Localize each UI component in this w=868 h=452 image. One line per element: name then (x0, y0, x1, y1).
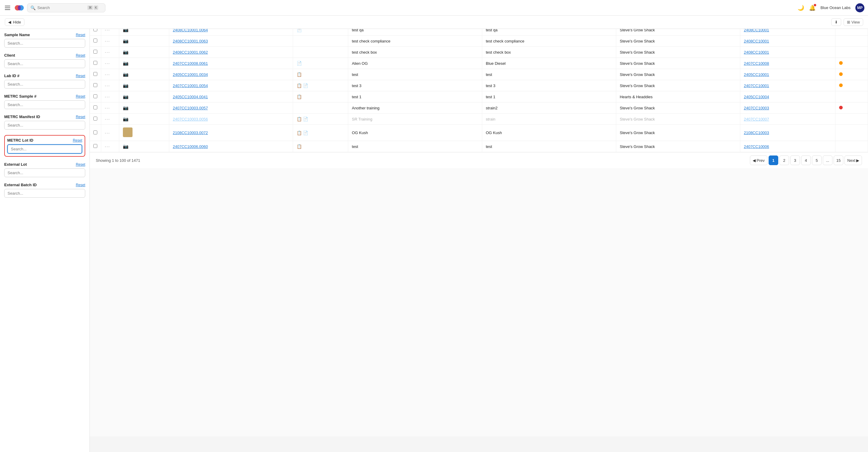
sample-id-link[interactable]: 2405CC10001.0034 (173, 72, 208, 77)
hide-sidebar-button[interactable]: ◀ Hide (5, 19, 24, 26)
row-checkbox[interactable] (93, 83, 97, 87)
row-checkbox[interactable] (93, 106, 97, 110)
coa-document-icon[interactable]: 📄 (297, 61, 302, 66)
sample-id-link[interactable]: 2407CC10003.0056 (173, 117, 208, 121)
coa-document-icon[interactable]: 📋 (297, 117, 302, 121)
topbar-search-box[interactable]: 🔍 ⌘ K (27, 3, 105, 12)
client-input[interactable] (4, 59, 85, 68)
row-actions-menu[interactable]: ··· (105, 50, 110, 55)
metrc-manifest-input[interactable] (4, 121, 85, 129)
coa-document-icon[interactable]: 📄 (303, 117, 308, 121)
row-actions-menu[interactable]: ··· (105, 38, 110, 43)
camera-icon[interactable]: 📷 (123, 144, 129, 149)
coa-document-icon[interactable]: 📄 (303, 130, 308, 135)
order-link[interactable]: 2407CC10006 (744, 144, 769, 149)
reset-client-button[interactable]: Reset (76, 53, 85, 58)
order-link[interactable]: 2407CC10008 (744, 61, 769, 66)
row-actions-menu[interactable]: ··· (105, 72, 110, 77)
notification-dot (814, 4, 816, 6)
row-checkbox[interactable] (93, 38, 97, 42)
search-input[interactable] (37, 5, 86, 10)
view-button[interactable]: ⊞ View (844, 19, 863, 26)
row-checkbox[interactable] (93, 144, 97, 148)
camera-icon[interactable]: 📷 (123, 50, 129, 55)
reset-metrc-manifest-button[interactable]: Reset (76, 115, 85, 119)
row-checkbox[interactable] (93, 117, 97, 121)
dark-mode-toggle[interactable]: 🌙 (798, 4, 804, 11)
camera-icon[interactable]: 📷 (123, 61, 129, 66)
row-checkbox[interactable] (93, 50, 97, 54)
metrc-lot-input[interactable] (7, 144, 82, 154)
row-checkbox[interactable] (93, 94, 97, 98)
row-actions-menu[interactable]: ··· (105, 106, 110, 110)
sample-id-cell: 2408CC10001.0062 (169, 47, 293, 58)
notifications-icon[interactable]: 🔔 (809, 4, 815, 11)
menu-icon[interactable] (4, 4, 11, 11)
row-actions-menu[interactable]: ··· (105, 61, 110, 66)
user-avatar[interactable]: MP (855, 3, 864, 12)
page-3-button[interactable]: 3 (790, 155, 800, 165)
client-cell: Steve's Grow Shack (616, 141, 740, 152)
sample-id-link[interactable]: 2407CC10001.0054 (173, 84, 208, 88)
order-link[interactable]: 2407CC10007 (744, 117, 769, 121)
reset-external-batch-button[interactable]: Reset (76, 183, 85, 187)
page-2-button[interactable]: 2 (779, 155, 789, 165)
order-link[interactable]: 2408CC10001 (744, 39, 769, 43)
status-cell (835, 125, 868, 141)
camera-icon[interactable]: 📷 (123, 116, 129, 121)
row-camera-cell: 📷 (119, 69, 169, 80)
download-button[interactable]: ⬇ (831, 19, 841, 26)
sample-id-link[interactable]: 2408CC10001.0062 (173, 50, 208, 55)
reset-lab-id-button[interactable]: Reset (76, 74, 85, 78)
coa-document-icon[interactable]: 📄 (303, 83, 308, 88)
status-cell (835, 91, 868, 102)
order-link[interactable]: 2407CC10003 (744, 106, 769, 110)
row-camera-cell: 📷 (119, 35, 169, 47)
external-batch-input[interactable] (4, 189, 85, 198)
sample-id-link[interactable]: 2407CC10003.0057 (173, 106, 208, 110)
camera-icon[interactable]: 📷 (123, 105, 129, 110)
page-4-button[interactable]: 4 (801, 155, 811, 165)
page-last-button[interactable]: 15 (834, 155, 843, 165)
lab-id-input[interactable] (4, 80, 85, 89)
sample-id-link[interactable]: 2405CC10004.0041 (173, 95, 208, 99)
reset-sample-name-button[interactable]: Reset (76, 33, 85, 37)
row-actions-menu[interactable]: ··· (105, 83, 110, 88)
order-link[interactable]: 2408CC10001 (744, 50, 769, 55)
coa-document-icon[interactable]: 📋 (297, 72, 302, 77)
order-link[interactable]: 2405CC10004 (744, 95, 769, 99)
external-lot-input[interactable] (4, 169, 85, 177)
row-checkbox[interactable] (93, 130, 97, 134)
sample-id-link[interactable]: 2407CC10008.0061 (173, 61, 208, 66)
coa-document-icon[interactable]: 📋 (297, 94, 302, 99)
sample-id-link[interactable]: 2407CC10006.0060 (173, 144, 208, 149)
page-1-button[interactable]: 1 (769, 155, 778, 165)
prev-page-button[interactable]: ◀ Prev (750, 155, 767, 165)
row-actions-menu[interactable]: ··· (105, 130, 110, 135)
camera-icon[interactable]: 📷 (123, 72, 129, 77)
camera-icon[interactable]: 📷 (123, 38, 129, 43)
camera-icon[interactable]: 📷 (123, 83, 129, 88)
row-actions-menu[interactable]: ··· (105, 94, 110, 99)
sample-id-link[interactable]: 2408CC10001.0063 (173, 39, 208, 43)
page-5-button[interactable]: 5 (812, 155, 822, 165)
order-link[interactable]: 2407CC10001 (744, 84, 769, 88)
metrc-sample-input[interactable] (4, 100, 85, 109)
order-link[interactable]: 2108CC10003 (744, 130, 769, 135)
reset-metrc-lot-button[interactable]: Reset (73, 138, 82, 143)
camera-icon[interactable]: 📷 (123, 94, 129, 99)
row-actions-menu[interactable]: ··· (105, 117, 110, 121)
order-link[interactable]: 2405CC10001 (744, 72, 769, 77)
coa-document-icon[interactable]: 📋 (297, 83, 302, 88)
sample-thumbnail[interactable] (123, 127, 132, 137)
coa-document-icon[interactable]: 📋 (297, 144, 302, 149)
row-actions-menu[interactable]: ··· (105, 144, 110, 149)
coa-document-icon[interactable]: 📋 (297, 130, 302, 135)
next-page-button[interactable]: Next ▶ (844, 155, 862, 165)
reset-metrc-sample-button[interactable]: Reset (76, 94, 85, 98)
sample-id-link[interactable]: 2108CC10003.0072 (173, 130, 208, 135)
sample-name-input[interactable] (4, 39, 85, 48)
row-checkbox[interactable] (93, 72, 97, 76)
reset-external-lot-button[interactable]: Reset (76, 162, 85, 167)
row-checkbox[interactable] (93, 61, 97, 65)
